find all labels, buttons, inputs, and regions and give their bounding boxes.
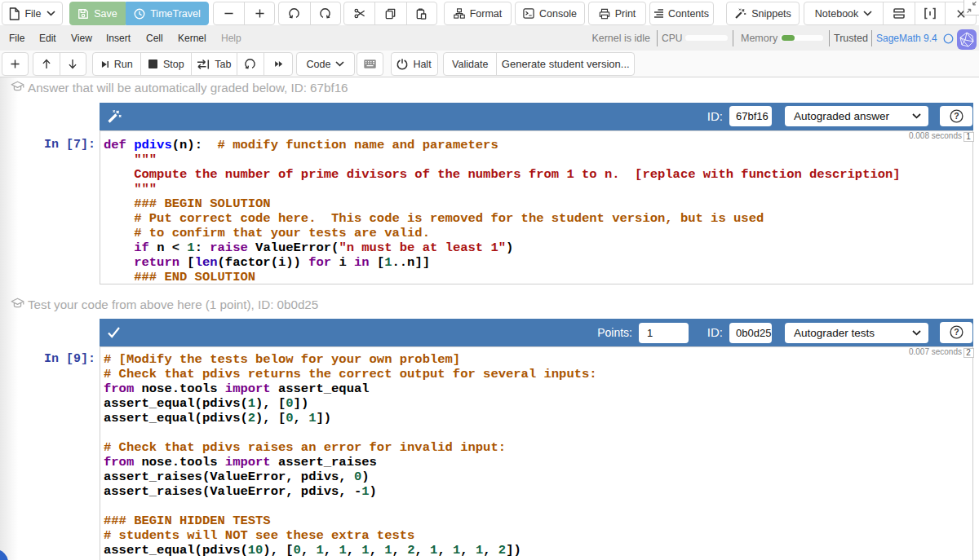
svg-text:?: ? xyxy=(954,111,959,121)
svg-text:?: ? xyxy=(954,327,959,337)
